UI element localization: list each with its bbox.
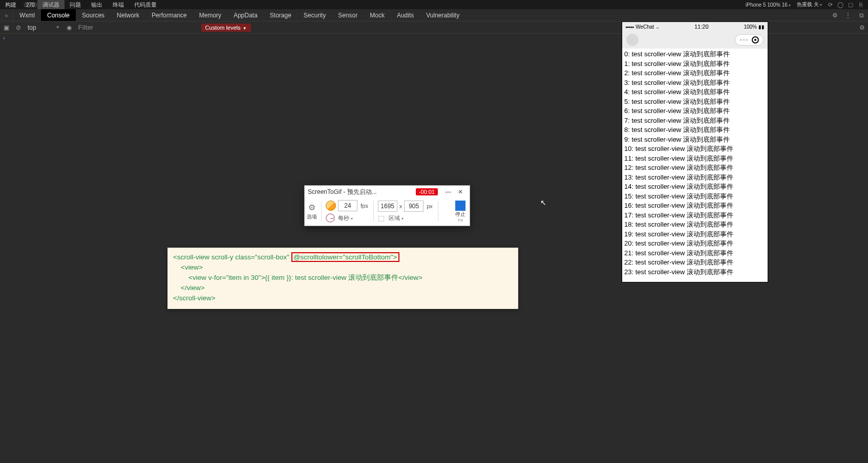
list-item: 10: test scroller-view 滚动到底部事件 — [624, 144, 766, 154]
list-item: 17: test scroller-view 滚动到底部事件 — [624, 211, 766, 221]
phone-preview: ●●●●● WeChat ⌵ 11:20 100% ▮▮ ⌂ ••• 0: te… — [622, 21, 768, 282]
clear-console-icon[interactable]: ⊘ — [12, 24, 25, 31]
tab-sources[interactable]: Sources — [76, 9, 111, 21]
battery-label: 100% — [744, 24, 757, 30]
list-item: 9: test scroller-view 滚动到底部事件 — [624, 135, 766, 145]
sidebar-toggle-icon[interactable]: ▣ — [0, 24, 12, 31]
ide-menu-terminal[interactable]: 终端 — [108, 0, 129, 9]
dock-icon[interactable]: ⧉ — [855, 12, 868, 19]
list-item: 11: test scroller-view 滚动到底部事件 — [624, 154, 766, 164]
record-mode-icon[interactable] — [326, 201, 336, 211]
tab-security[interactable]: Security — [298, 9, 332, 21]
tab-network[interactable]: Network — [111, 9, 145, 21]
list-item: 1: test scroller-view 滚动到底部事件 — [624, 59, 766, 69]
list-item: 23: test scroller-view 滚动到底部事件 — [624, 268, 766, 277]
context-value: top — [28, 24, 36, 31]
sg-close-icon[interactable]: ✕ — [454, 188, 467, 195]
home-icon[interactable]: ⌂ — [626, 34, 639, 46]
tab-audits[interactable]: Audits — [391, 9, 420, 21]
ide-menu-build[interactable]: 构建 — [0, 0, 22, 9]
list-item: 3: test scroller-view 滚动到底部事件 — [624, 78, 766, 88]
settings-icon[interactable]: ⚙ — [828, 12, 841, 19]
stop-icon — [455, 201, 465, 211]
divider-icon: ⎘ — [856, 2, 866, 8]
ide-menu-quality[interactable]: 代码质量 — [129, 0, 162, 9]
console-prompt-icon: › — [0, 34, 606, 42]
tab-vulnerability[interactable]: Vulnerability — [420, 9, 465, 21]
code-line-2: <view> — [173, 263, 203, 271]
code-snippet: <scroll-view scroll-y class="scroll-box"… — [167, 248, 518, 309]
hot-reload-toggle[interactable]: 热重载 关 ▾ — [797, 1, 822, 8]
log-levels-select[interactable]: Custom levels▼ — [201, 24, 251, 32]
clock-icon[interactable] — [326, 213, 335, 223]
capsule-button[interactable]: ••• — [735, 34, 764, 46]
gear-icon: ⚙ — [308, 203, 315, 212]
per-sec-label[interactable]: 每秒 ▾ — [338, 214, 353, 222]
list-item: 19: test scroller-view 滚动到底部事件 — [624, 230, 766, 239]
refresh-icon[interactable]: ⟳ — [825, 2, 835, 8]
capsule-menu-icon[interactable]: ••• — [739, 36, 749, 43]
ide-menu-debugger[interactable]: 调试器 — [37, 0, 65, 9]
eye-icon[interactable]: ◉ — [63, 24, 75, 31]
sg-stop-button[interactable]: 停止 F8 — [455, 201, 465, 223]
tab-storage[interactable]: Storage — [264, 9, 298, 21]
preview-toolbar: iPhone 5 100% 16 ▾ 热重载 关 ▾ ⟳ ◯ ▢ ⎘ — [714, 0, 868, 9]
list-item: 7: test scroller-view 滚动到底部事件 — [624, 116, 766, 126]
sg-timer: -00:01 — [416, 188, 438, 195]
filter-input[interactable] — [75, 23, 198, 33]
code-line-1a: <scroll-view scroll-y class="scroll-box" — [173, 253, 291, 261]
list-item: 6: test scroller-view 滚动到底部事件 — [624, 106, 766, 116]
tab-appdata[interactable]: AppData — [227, 9, 264, 21]
list-item: 12: test scroller-view 滚动到底部事件 — [624, 163, 766, 173]
list-item: 5: test scroller-view 滚动到底部事件 — [624, 97, 766, 107]
phone-statusbar: ●●●●● WeChat ⌵ 11:20 100% ▮▮ — [622, 22, 768, 31]
tab-sensor[interactable]: Sensor — [332, 9, 364, 21]
ide-menu-output[interactable]: 输出 — [86, 0, 108, 9]
highlighted-attr: @scrolltolower="scrollToBottom"> — [291, 252, 399, 262]
circle-icon[interactable]: ◯ — [835, 2, 845, 8]
sg-titlebar[interactable]: ScreenToGif - 预先启动... -00:01 — ✕ — [305, 186, 470, 198]
code-line-3: <view v-for="item in 30">{{ item }}: tes… — [173, 274, 422, 281]
px-unit: px — [427, 203, 433, 209]
tab-performance[interactable]: Performance — [145, 9, 193, 21]
phone-scrollview[interactable]: 0: test scroller-view 滚动到底部事件1: test scr… — [622, 49, 768, 282]
carrier-label: WeChat — [636, 24, 654, 30]
kebab-icon[interactable]: ⋮ — [841, 12, 855, 19]
tab-console[interactable]: Console — [41, 9, 76, 21]
device-icon[interactable]: ▢ — [845, 2, 856, 8]
list-item: 4: test scroller-view 滚动到底部事件 — [624, 87, 766, 97]
height-input[interactable] — [404, 201, 424, 212]
console-settings-icon[interactable]: ⚙ — [856, 24, 868, 31]
list-item: 21: test scroller-view 滚动到底部事件 — [624, 249, 766, 258]
sg-minimize-icon[interactable]: — — [442, 188, 454, 195]
context-select[interactable]: top ▼ — [25, 24, 63, 31]
list-item: 0: test scroller-view 滚动到底部事件 — [624, 50, 766, 59]
status-time: 11:20 — [659, 24, 744, 30]
ide-menu-problems[interactable]: 问题 — [65, 0, 86, 9]
list-item: 13: test scroller-view 滚动到底部事件 — [624, 173, 766, 183]
area-label[interactable]: 区域 ▾ — [389, 214, 404, 222]
capsule-close-icon[interactable] — [752, 36, 759, 43]
sg-options-button[interactable]: ⚙ 选项 — [307, 203, 317, 221]
element-picker-icon[interactable]: ⟐ — [0, 9, 13, 21]
width-input[interactable] — [378, 201, 397, 212]
list-item: 8: test scroller-view 滚动到底部事件 — [624, 125, 766, 135]
crop-icon[interactable]: ⬚ — [378, 214, 385, 222]
code-line-5: </scroll-view> — [173, 294, 216, 302]
tab-memory[interactable]: Memory — [193, 9, 227, 21]
tab-wxml[interactable]: Wxml — [13, 9, 41, 21]
fps-unit: fps — [361, 203, 368, 209]
list-item: 15: test scroller-view 滚动到底部事件 — [624, 192, 766, 202]
tab-mock[interactable]: Mock — [364, 9, 391, 21]
fps-input[interactable] — [338, 200, 357, 211]
signal-dots-icon: ●●●●● — [625, 25, 633, 29]
battery-icon: ▮▮ — [758, 24, 765, 30]
sg-title: ScreenToGif - 预先启动... — [308, 188, 416, 196]
code-line-4: </view> — [173, 284, 205, 292]
list-item: 16: test scroller-view 滚动到底部事件 — [624, 201, 766, 211]
list-item: 18: test scroller-view 滚动到底部事件 — [624, 220, 766, 230]
device-select[interactable]: iPhone 5 100% 16 ▾ — [746, 2, 791, 8]
list-item: 20: test scroller-view 滚动到底部事件 — [624, 239, 766, 249]
ide-build-counter: 270 — [24, 2, 37, 8]
list-item: 22: test scroller-view 滚动到底部事件 — [624, 258, 766, 268]
